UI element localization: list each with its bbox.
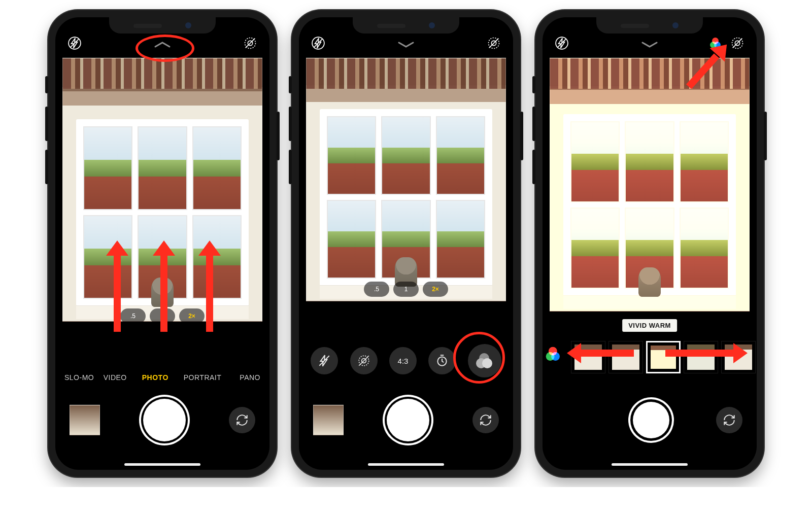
iphone-device-1: .5 1 2× SLO-MO VIDEO PHOTO PORTRAIT PANO xyxy=(48,10,277,477)
last-photo-thumbnail[interactable] xyxy=(313,405,344,435)
svg-line-4 xyxy=(246,39,255,48)
switch-camera-button[interactable] xyxy=(472,407,499,433)
camera-mode-selector[interactable]: SLO-MO VIDEO PHOTO PORTRAIT PANO xyxy=(55,373,269,382)
mode-video[interactable]: VIDEO xyxy=(104,373,127,382)
camera-app-screen: .5 1 2× 4:3 xyxy=(299,17,513,470)
last-photo-thumbnail[interactable] xyxy=(557,405,586,435)
live-photo-off-icon[interactable] xyxy=(241,34,259,52)
zoom-1x-button[interactable]: 1 xyxy=(150,308,175,324)
home-indicator[interactable] xyxy=(612,463,688,466)
flash-off-icon[interactable] xyxy=(65,34,84,52)
live-photo-control-button[interactable] xyxy=(350,347,378,374)
options-chevron-down-icon[interactable] xyxy=(397,41,415,49)
shutter-button[interactable] xyxy=(387,399,429,441)
rgb-filter-icon xyxy=(710,38,721,49)
camera-viewfinder[interactable] xyxy=(62,58,262,322)
zoom-ultrawide-button[interactable]: .5 xyxy=(364,282,389,297)
filter-thumb-vivid[interactable] xyxy=(608,341,643,373)
camera-app-screen: .5 1 2× SLO-MO VIDEO PHOTO PORTRAIT PANO xyxy=(55,17,269,470)
filter-name-label: VIVID WARM xyxy=(622,319,677,332)
svg-line-19 xyxy=(733,39,742,48)
mode-slomo[interactable]: SLO-MO xyxy=(64,373,94,382)
shutter-button[interactable] xyxy=(143,399,186,441)
timer-button[interactable] xyxy=(428,347,456,374)
filter-active-indicator-icon[interactable] xyxy=(710,34,721,52)
switch-camera-button[interactable] xyxy=(229,407,255,433)
last-photo-thumbnail[interactable] xyxy=(70,405,100,435)
zoom-2x-button[interactable]: 2× xyxy=(423,282,448,297)
flash-off-icon[interactable] xyxy=(309,34,327,52)
live-photo-off-icon[interactable] xyxy=(728,34,747,52)
options-chevron-down-icon[interactable] xyxy=(640,41,659,49)
filter-thumb-dramatic[interactable] xyxy=(721,341,756,373)
notch xyxy=(353,17,459,33)
iphone-device-2: .5 1 2× 4:3 xyxy=(292,10,520,477)
zoom-selector[interactable]: .5 1 2× xyxy=(364,282,448,297)
camera-options-tray: 4:3 xyxy=(299,344,513,377)
camera-viewfinder[interactable]: .5 1 2× xyxy=(306,58,506,301)
zoom-2x-button[interactable]: 2× xyxy=(179,308,205,324)
camera-app-screen: VIVID WARM xyxy=(543,17,757,470)
options-chevron-up-icon[interactable] xyxy=(153,41,172,49)
filters-icon xyxy=(476,352,493,369)
mode-photo[interactable]: PHOTO xyxy=(142,373,168,382)
filter-thumb-original[interactable] xyxy=(571,341,605,373)
svg-line-13 xyxy=(359,356,369,366)
flash-control-button[interactable] xyxy=(311,347,338,374)
iphone-device-3: VIVID WARM xyxy=(535,10,764,477)
zoom-ultrawide-button[interactable]: .5 xyxy=(120,308,146,324)
flash-off-icon[interactable] xyxy=(553,34,571,52)
camera-viewfinder[interactable] xyxy=(550,58,750,312)
aspect-ratio-button[interactable]: 4:3 xyxy=(389,347,417,374)
filter-thumb-vivid-warm[interactable] xyxy=(646,341,681,373)
rgb-filter-icon xyxy=(546,347,561,362)
filters-button[interactable] xyxy=(468,344,501,377)
filter-carousel[interactable] xyxy=(543,339,757,375)
filters-toggle-button[interactable] xyxy=(548,349,565,366)
notch xyxy=(109,17,216,33)
notch xyxy=(596,17,703,33)
mode-portrait[interactable]: PORTRAIT xyxy=(184,373,222,382)
shutter-button[interactable] xyxy=(630,399,672,441)
zoom-1x-button[interactable]: 1 xyxy=(393,282,419,297)
switch-camera-button[interactable] xyxy=(716,407,742,433)
home-indicator[interactable] xyxy=(368,463,444,466)
home-indicator[interactable] xyxy=(124,463,200,466)
filter-thumb-vivid-cool[interactable] xyxy=(684,341,718,373)
svg-line-9 xyxy=(489,39,499,48)
mode-pano[interactable]: PANO xyxy=(240,373,260,382)
live-photo-off-icon[interactable] xyxy=(485,34,503,52)
